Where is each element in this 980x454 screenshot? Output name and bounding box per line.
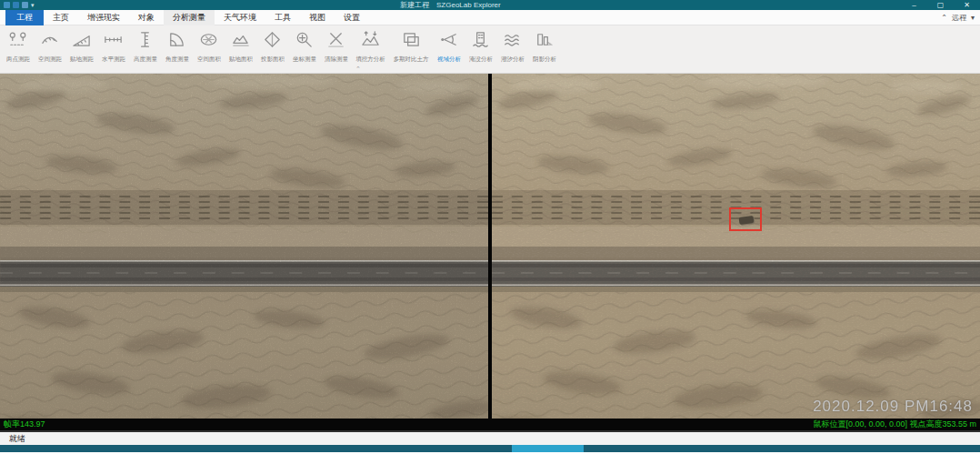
status-bar: 就绪 [0,430,980,445]
tide-analysis-icon [502,29,523,54]
new-project-icon[interactable] [4,2,10,8]
tool-coordinate-measure[interactable]: 坐标测量 [288,28,320,65]
projected-area-icon [262,29,283,54]
tool-label: 贴地面积 [229,55,253,63]
detected-vehicle [739,216,755,225]
tool-label: 填挖方分析 [355,55,385,63]
title-bar: ▾ 新建工程 SZGeoLab Explorer – ▢ ✕ [0,0,980,10]
right-aerial-view[interactable]: 2020.12.09 PM16:48 [492,74,980,430]
measure-analysis-toolbar: 两点测距 空间测距 贴地测距 水平测距 高度测量 角度测量 空间面积 [0,25,980,74]
remote-menu[interactable]: 远程 [952,13,966,23]
tool-label: 视域分析 [437,55,461,63]
tool-label: 多期对比土方 [394,55,429,63]
cut-fill-analysis-icon [360,29,381,54]
tool-label: 淹没分析 [469,55,493,63]
viewshed-analysis-icon [438,29,459,54]
left-aerial-view[interactable] [0,74,488,430]
quick-access-dropdown-icon[interactable]: ▾ [31,2,35,8]
tool-projected-area[interactable]: 投影面积 [256,28,288,65]
tool-label: 水平测距 [102,55,125,63]
tool-space-area[interactable]: 空间面积 [193,28,225,65]
tool-ground-area[interactable]: 贴地面积 [225,28,256,65]
height-measure-icon [135,29,155,54]
open-project-icon[interactable] [13,2,19,8]
tool-label: 贴地测距 [70,55,94,63]
left-aerial-image [0,74,488,430]
taskbar-active-segment[interactable] [512,445,585,452]
bottom-taskbar [0,445,980,452]
tool-shadow-analysis[interactable]: 阴影分析 [528,28,560,65]
tool-label: 潮汐分析 [501,55,525,63]
dual-map-viewer: 2020.12.09 PM16:48 帧率143.97 鼠标位置[0.00, 0… [0,74,980,430]
window-controls: – ▢ ✕ [901,0,980,10]
menu-item-objects[interactable]: 对象 [129,10,164,25]
menu-item-weather[interactable]: 天气环境 [215,10,265,25]
tool-flood-analysis[interactable]: 淹没分析 [465,28,496,65]
tool-ground-distance[interactable]: 贴地测距 [65,28,97,65]
tool-label: 空间测距 [38,55,62,63]
multi-period-compare-icon [401,29,422,54]
right-aerial-image [492,74,980,430]
tool-space-distance[interactable]: 空间测距 [34,28,65,65]
coordinate-measure-icon [294,29,315,54]
target-annotation-box [729,207,762,231]
close-button[interactable]: ✕ [954,0,980,10]
chevron-down-icon[interactable]: ▾ [971,14,975,22]
tool-label: 投影面积 [261,55,285,63]
tool-viewshed-analysis[interactable]: 视域分析 [433,28,465,65]
application-window: ▾ 新建工程 SZGeoLab Explorer – ▢ ✕ 工程 主页 增强现… [0,0,980,454]
maximize-button[interactable]: ▢ [927,0,954,10]
save-project-icon[interactable] [22,2,28,8]
tool-height-measure[interactable]: 高度测量 [129,28,161,65]
tool-clear-measure[interactable]: 清除测量 [320,28,352,65]
menu-item-tools[interactable]: 工具 [265,10,300,25]
ribbon-collapse-icon[interactable]: ⌃ [355,66,361,72]
tool-cut-fill-analysis[interactable]: 填挖方分析 [352,28,389,65]
tool-label: 清除测量 [325,55,348,63]
angle-measure-icon [166,29,187,54]
ready-status-text: 就绪 [9,433,25,445]
tool-label: 角度测量 [165,55,189,63]
shadow-analysis-icon [534,29,555,54]
menu-item-settings[interactable]: 设置 [335,10,369,25]
ground-distance-icon [71,29,92,54]
project-title: 新建工程 [400,0,429,10]
menu-item-ar[interactable]: 增强现实 [78,10,129,25]
tool-label: 两点测距 [6,55,30,63]
viewer-hud-bar: 帧率143.97 鼠标位置[0.00, 0.00, 0.00] 视点高度353.… [0,419,980,430]
tool-two-point-distance[interactable]: 两点测距 [2,28,34,65]
menu-item-analysis[interactable]: 分析测量 [164,10,215,25]
tool-multi-period-compare[interactable]: 多期对比土方 [389,28,433,65]
quick-access-toolbar: ▾ [0,2,35,8]
ground-area-icon [230,29,251,54]
menu-item-home[interactable]: 主页 [44,10,78,25]
video-timestamp: 2020.12.09 PM16:48 [813,398,973,416]
tool-label: 阴影分析 [533,55,556,63]
app-title: SZGeoLab Explorer [436,1,501,9]
tool-label: 空间面积 [197,55,221,63]
clear-measure-icon [325,29,346,54]
tool-tide-analysis[interactable]: 潮汐分析 [496,28,528,65]
collapse-ribbon-icon[interactable]: ⌃ [941,14,947,22]
tool-label: 高度测量 [134,55,157,63]
menu-item-view[interactable]: 视图 [300,10,335,25]
tool-horizontal-distance[interactable]: 水平测距 [97,28,129,65]
space-area-icon [198,29,219,54]
space-distance-icon [39,29,60,54]
minimize-button[interactable]: – [901,0,927,10]
menu-bar: 工程 主页 增强现实 对象 分析测量 天气环境 工具 视图 设置 ⌃ 远程 ▾ [0,10,980,25]
menu-right-controls: ⌃ 远程 ▾ [941,10,975,25]
tool-label: 坐标测量 [293,55,316,63]
horizontal-distance-icon [103,29,124,54]
mouse-position-readout: 鼠标位置[0.00, 0.00, 0.00] 视点高度353.55 m [813,419,976,430]
menu-item-project[interactable]: 工程 [5,10,44,25]
two-point-distance-icon [7,29,28,54]
window-title: 新建工程 SZGeoLab Explorer [400,0,501,10]
frame-rate-readout: 帧率143.97 [4,419,45,430]
tool-angle-measure[interactable]: 角度测量 [161,28,193,65]
flood-analysis-icon [470,29,491,54]
